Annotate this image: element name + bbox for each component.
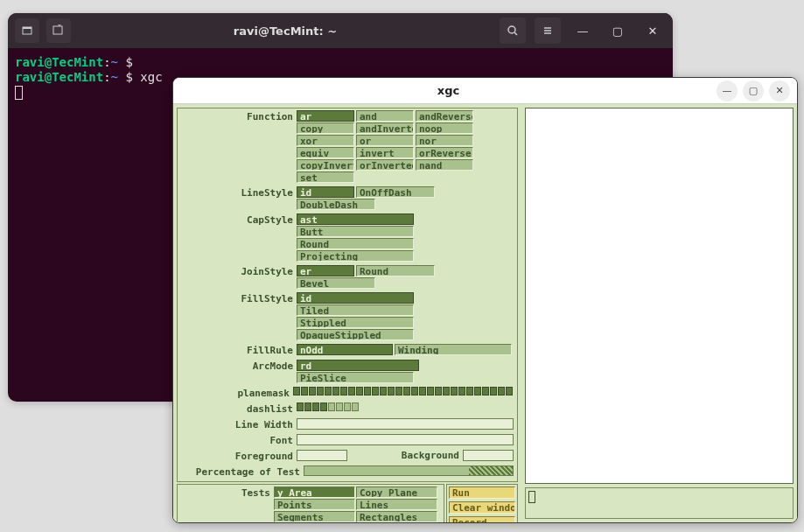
planemask-bits[interactable] [293,387,514,396]
arcmode-chord[interactable]: rd [297,360,419,371]
terminal-line: ravi@TecMint:~ $ [15,55,666,70]
arcmode-pieslice[interactable]: PieSlice [297,372,414,383]
clear-button[interactable]: Clear window [449,501,515,514]
pct-slider[interactable] [304,466,514,476]
label-tests: Tests [179,486,274,499]
drawing-canvas[interactable] [525,108,794,484]
terminal-newtab-button[interactable] [46,18,71,43]
fillstyle-solid[interactable]: id [297,292,414,304]
function-copy[interactable]: copy [297,122,354,134]
prompt-user: ravi [15,55,45,69]
function-noop[interactable]: noop [416,122,473,134]
test-rectangles[interactable]: Rectangles [356,511,437,522]
function-xor[interactable]: xor [297,135,354,146]
label-function: Function [181,110,297,122]
xgc-title: xgc [180,84,717,97]
function-orreverse[interactable]: orReverse [416,147,473,158]
test-copyplane[interactable]: Copy Plane [356,486,437,498]
label-fillstyle: FillStyle [181,292,297,304]
function-nand[interactable]: nand [416,159,473,171]
prompt-host: TecMint [52,55,103,69]
xgc-close-button[interactable]: ✕ [769,80,790,102]
capstyle-notlast[interactable]: ast [297,214,414,225]
function-andreverse[interactable]: andReverse [416,110,473,122]
svg-rect-2 [53,26,62,34]
dashlist-bits[interactable] [297,402,514,411]
terminal-close-button[interactable]: ✕ [640,18,666,44]
label-linestyle: LineStyle [181,186,297,199]
xgc-titlebar: xgc — ▢ ✕ [173,78,797,104]
background-input[interactable] [463,450,514,461]
fillrule-evenodd[interactable]: nOdd [297,344,393,355]
linestyle-onoffdash[interactable]: OnOffDash [356,186,435,198]
prompt-at: @ [45,55,52,69]
label-joinstyle: JoinStyle [181,265,297,277]
function-or[interactable]: or [356,135,414,146]
label-font: Font [181,434,297,446]
tests-panel: Tests y Area Copy Plane Points Lines Seg… [177,484,444,523]
prompt-path: ~ [111,55,118,69]
function-equiv[interactable]: equiv [297,147,354,158]
fillstyle-opaquestippled[interactable]: OpaqueStippled [297,329,414,340]
test-segments[interactable]: Segments [274,511,355,522]
fillrule-winding[interactable]: Winding [395,344,512,355]
linestyle-solid[interactable]: id [297,186,354,198]
fillstyle-stippled[interactable]: Stippled [297,317,414,328]
label-arcmode: ArcMode [181,360,297,372]
joinstyle-round[interactable]: Round [356,265,435,276]
function-and[interactable]: and [356,110,414,122]
xgc-window: xgc — ▢ ✕ Function ar and andReverse cop… [172,77,798,523]
xgc-minimize-button[interactable]: — [717,80,738,102]
capstyle-projecting[interactable]: Projecting [297,250,414,262]
terminal-hamburger-button[interactable] [535,18,561,44]
test-lines[interactable]: Lines [356,499,437,510]
svg-line-6 [514,32,517,35]
gc-panel: Function ar and andReverse copy andInver… [177,108,518,482]
label-planemask: planemask [181,387,293,399]
capstyle-butt[interactable]: Butt [297,226,414,237]
fillstyle-tiled[interactable]: Tiled [297,304,414,316]
font-input[interactable] [297,434,514,445]
terminal-search-button[interactable] [500,18,526,44]
xgc-left-pane: Function ar and andReverse copy andInver… [173,104,521,522]
svg-point-5 [508,26,515,33]
status-area [525,487,794,519]
run-button[interactable]: Run [449,486,515,499]
terminal-minimize-button[interactable]: — [570,18,596,44]
terminal-cursor [15,86,23,100]
joinstyle-miter[interactable]: er [297,265,354,276]
label-foreground: Foreground [181,450,297,462]
capstyle-round[interactable]: Round [297,238,414,249]
label-capstyle: CapStyle [181,214,297,226]
terminal-title: ravi@TecMint: ~ [78,24,493,38]
function-invert[interactable]: invert [356,147,414,158]
joinstyle-bevel[interactable]: Bevel [297,277,375,289]
function-andinverted[interactable]: andInverted [356,122,414,134]
xgc-maximize-button[interactable]: ▢ [743,80,764,102]
terminal-titlebar: ravi@TecMint: ~ — ▢ ✕ [8,13,673,48]
terminal-menu-button[interactable] [15,18,39,43]
status-cursor [528,491,535,503]
label-background: Background [347,450,463,461]
linewidth-input[interactable] [297,418,514,430]
function-copyinverted[interactable]: copyInverted [297,159,354,171]
label-fillrule: FillRule [181,344,297,356]
test-copyarea[interactable]: y Area [274,486,355,498]
function-orinverted[interactable]: orInverted [356,159,414,171]
commands-panel: Run Clear window Record Playback Read In… [446,484,518,523]
linestyle-doubledash[interactable]: DoubleDash [297,199,375,210]
test-points[interactable]: Points [274,499,355,510]
label-pct: Percentage of Test [181,466,304,478]
record-button[interactable]: Record [449,516,515,523]
function-clear[interactable]: ar [297,110,354,122]
terminal-maximize-button[interactable]: ▢ [605,18,631,44]
foreground-input[interactable] [297,450,347,461]
function-set[interactable]: set [297,172,354,183]
function-nor[interactable]: nor [416,135,473,146]
label-linewidth: Line Width [181,418,297,430]
svg-rect-1 [23,27,31,29]
terminal-command: xgc [140,70,162,84]
label-dashlist: dashlist [181,402,297,415]
